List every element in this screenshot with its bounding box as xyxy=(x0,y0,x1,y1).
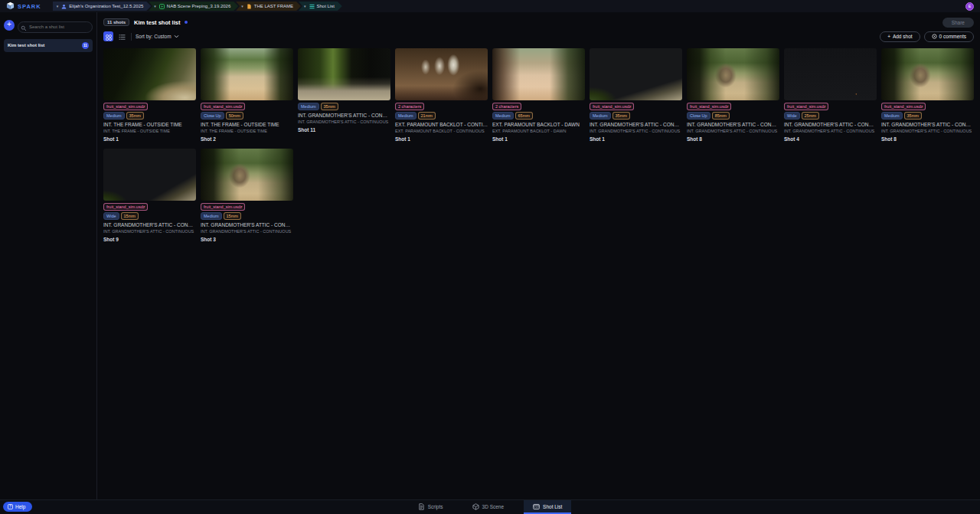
shot-thumbnail[interactable] xyxy=(687,48,779,100)
user-avatar[interactable]: E xyxy=(965,2,974,11)
asset-tag: fruit_stand_sim.usdz xyxy=(687,103,731,110)
shot-thumbnail[interactable] xyxy=(201,149,293,201)
shot-location: INT. THE FRAME - OUTSIDE TIME xyxy=(103,129,196,133)
list-view-button[interactable] xyxy=(117,31,127,41)
shot-location: INT. GRANDMOTHER'S ATTIC - CONTINUOUS xyxy=(201,229,293,234)
shot-card[interactable]: fruit_stand_sim.usdzMedium35mmINT. GRAND… xyxy=(881,48,974,142)
shot-number: Shot 8 xyxy=(881,136,974,142)
shot-thumbnail[interactable] xyxy=(103,149,196,201)
shot-card[interactable]: fruit_stand_sim.usdzMedium35mmINT. GRAND… xyxy=(590,48,682,142)
shot-size-tag: Medium xyxy=(103,112,125,119)
shot-card[interactable]: fruit_stand_sim.usdzMedium15mmINT. GRAND… xyxy=(201,149,293,242)
chevron-down-icon xyxy=(174,34,179,40)
asset-tag: fruit_stand_sim.usdz xyxy=(881,103,926,110)
breadcrumb-item-1[interactable]: ▾Elijah's Organization Test_12.5.2025 xyxy=(53,2,152,11)
shot-card[interactable]: fruit_stand_sim.usdzWide15mmINT. GRANDMO… xyxy=(103,149,196,242)
shot-location: INT. GRANDMOTHER'S ATTIC - CONTINUOUS xyxy=(298,119,390,124)
shot-number: Shot 8 xyxy=(687,136,779,142)
shot-thumbnail[interactable] xyxy=(881,48,974,100)
shot-card[interactable]: fruit_stand_sim.usdzClose Up85mmINT. GRA… xyxy=(687,48,779,142)
tab-3d-scene[interactable]: 3D Scene xyxy=(463,500,514,514)
shot-card[interactable]: 2 charactersMedium21mmEXT. PARAMOUNT BAC… xyxy=(395,48,488,142)
lens-tag: 35mm xyxy=(126,112,144,119)
shot-title: EXT. PARAMOUNT BACKLOT - DAWN xyxy=(492,122,585,127)
sort-by-control[interactable]: Sort by: Custom xyxy=(136,34,179,40)
asset-tag: fruit_stand_sim.usdz xyxy=(784,103,828,110)
shot-size-tag: Medium xyxy=(492,112,514,119)
shot-thumbnail[interactable] xyxy=(201,48,293,100)
shot-location: INT. GRANDMOTHER'S ATTIC - CONTINUOUS xyxy=(687,129,779,133)
asset-tag: fruit_stand_sim.usdz xyxy=(590,103,634,110)
shot-title: INT. GRANDMOTHER'S ATTIC - CONTINUOUS xyxy=(103,222,196,228)
shot-title: INT. THE FRAME - OUTSIDE TIME xyxy=(201,122,293,127)
shot-card[interactable]: Medium35mmINT. GRANDMOTHER'S ATTIC - CON… xyxy=(298,48,390,133)
file-icon xyxy=(247,4,252,9)
shot-number: Shot 1 xyxy=(103,136,196,142)
sidebar-item-shot-list[interactable]: Kim test shot list11 xyxy=(4,39,93,52)
shot-location: INT. GRANDMOTHER'S ATTIC - CONTINUOUS xyxy=(784,129,877,133)
title-indicator-dot xyxy=(185,21,188,24)
add-shot-button[interactable]: + Add shot xyxy=(880,31,920,42)
shot-thumbnail[interactable] xyxy=(784,48,877,100)
shot-size-tag: Close Up xyxy=(687,112,710,119)
new-shot-list-button[interactable]: + xyxy=(4,20,15,31)
shot-count-badge: 11 xyxy=(82,42,89,49)
shot-size-tag: Medium xyxy=(298,103,319,110)
list-view-icon xyxy=(119,30,126,44)
sort-by-label: Sort by: Custom xyxy=(136,34,172,39)
shot-title: INT. GRANDMOTHER'S ATTIC - CONTINUOUS xyxy=(201,222,293,228)
shot-location: EXT. PARAMOUNT BACKLOT - CONTINUOUS xyxy=(395,129,488,133)
grid-view-button[interactable] xyxy=(103,31,113,41)
asset-tag: fruit_stand_sim.usdz xyxy=(201,203,245,211)
breadcrumb-item-2[interactable]: ▾NAB Scene Preping_3.19.2026 xyxy=(149,2,238,11)
lens-tag: 25mm xyxy=(802,112,819,119)
shot-card[interactable]: fruit_stand_sim.usdzMedium35mmINT. THE F… xyxy=(103,48,196,142)
breadcrumb-item-3[interactable]: ▾THE LAST FRAME xyxy=(236,2,301,11)
shot-number: Shot 2 xyxy=(201,136,293,142)
shot-location: INT. GRANDMOTHER'S ATTIC - CONTINUOUS xyxy=(881,129,974,133)
shot-number: Shot 1 xyxy=(590,136,682,142)
lens-tag: 15mm xyxy=(224,212,241,220)
chevron-down-icon: ▾ xyxy=(57,4,59,8)
tab-shot-list[interactable]: Shot List xyxy=(524,500,571,514)
comments-button[interactable]: 0 comments xyxy=(924,31,974,42)
lens-tag: 85mm xyxy=(712,112,730,119)
shot-count-badge: 11 shots xyxy=(103,18,129,26)
asset-tag: fruit_stand_sim.usdz xyxy=(201,103,245,110)
shot-card[interactable]: fruit_stand_sim.usdzClose Up50mmINT. THE… xyxy=(201,48,293,142)
shot-size-tag: Wide xyxy=(784,112,800,119)
shot-size-tag: Medium xyxy=(590,112,611,119)
search-input[interactable] xyxy=(18,21,93,33)
shot-size-tag: Medium xyxy=(881,112,903,119)
asset-tag: fruit_stand_sim.usdz xyxy=(103,203,148,211)
shot-thumbnail[interactable] xyxy=(590,48,682,100)
shot-list-sidebar: + Kim test shot list11 xyxy=(0,12,97,499)
asset-tag: 2 characters xyxy=(492,103,521,110)
shot-number: Shot 1 xyxy=(492,136,585,142)
search-icon xyxy=(21,21,27,34)
tab-label: Shot List xyxy=(543,504,562,509)
shotlist-icon xyxy=(309,4,315,9)
toolbar-divider xyxy=(131,33,132,41)
shot-title: INT. THE FRAME - OUTSIDE TIME xyxy=(103,122,196,127)
lens-tag: 21mm xyxy=(418,112,436,119)
shot-card[interactable]: fruit_stand_sim.usdzWide25mmINT. GRANDMO… xyxy=(784,48,877,142)
chevron-down-icon: ▾ xyxy=(304,4,306,8)
shot-title: INT. GRANDMOTHER'S ATTIC - CONTINUOUS xyxy=(590,122,682,127)
help-button[interactable]: ? Help xyxy=(3,502,32,512)
shot-number: Shot 4 xyxy=(784,136,877,142)
shot-thumbnail[interactable] xyxy=(395,48,488,100)
grid-view-icon xyxy=(106,30,112,44)
shot-thumbnail[interactable] xyxy=(103,48,196,100)
share-button[interactable]: Share xyxy=(942,18,974,28)
shot-location: INT. GRANDMOTHER'S ATTIC - CONTINUOUS xyxy=(103,229,196,234)
asset-tag: fruit_stand_sim.usdz xyxy=(103,103,148,110)
tab-scripts[interactable]: Scripts xyxy=(409,500,452,514)
shot-thumbnail[interactable] xyxy=(298,48,390,100)
breadcrumb-item-4[interactable]: ▾Shot List xyxy=(299,2,342,11)
shot-thumbnail[interactable] xyxy=(492,48,585,100)
scripts-icon xyxy=(418,503,425,510)
comment-icon xyxy=(932,34,937,40)
shot-location: INT. GRANDMOTHER'S ATTIC - CONTINUOUS xyxy=(590,129,682,133)
shot-card[interactable]: 2 charactersMedium65mmEXT. PARAMOUNT BAC… xyxy=(492,48,585,142)
